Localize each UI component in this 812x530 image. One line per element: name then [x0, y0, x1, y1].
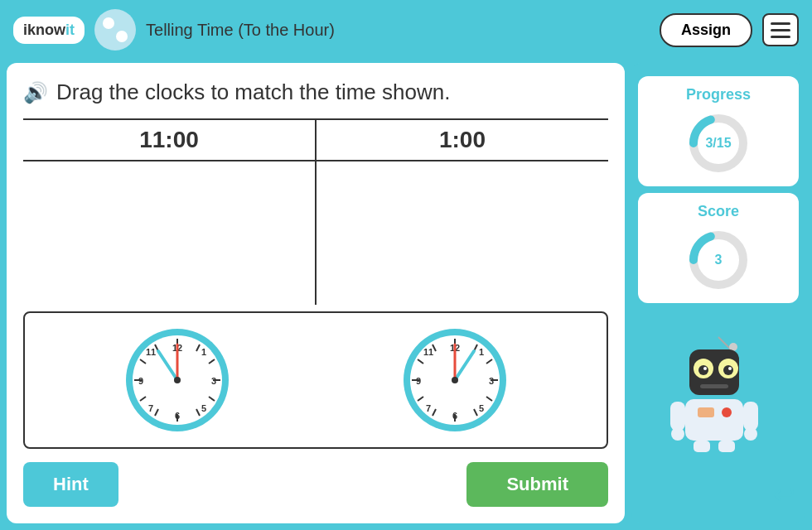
svg-rect-65 [698, 407, 714, 417]
progress-section: Progress 3/15 [638, 76, 799, 186]
svg-text:9: 9 [138, 376, 143, 386]
svg-text:3: 3 [488, 376, 493, 386]
progress-label: Progress [686, 86, 751, 104]
svg-rect-64 [685, 399, 743, 441]
menu-line3 [771, 36, 790, 38]
svg-point-62 [728, 367, 732, 370]
svg-text:3: 3 [210, 376, 215, 386]
page-title: Telling Time (To the Hour) [146, 21, 650, 40]
content-area: 🔊 Drag the clocks to match the time show… [7, 63, 625, 523]
svg-text:5: 5 [478, 403, 483, 413]
sidebar: Progress 3/15 Score [631, 63, 805, 523]
time-right: 1:00 [317, 120, 608, 160]
menu-button[interactable] [762, 13, 799, 46]
menu-line2 [771, 29, 790, 31]
time-left: 11:00 [23, 120, 317, 160]
clocks-tray: 12 1 3 5 6 7 9 11 [23, 311, 608, 449]
time-header-row: 11:00 1:00 [23, 118, 608, 160]
header: iknowit Telling Time (To the Hour) Assig… [0, 0, 812, 60]
svg-point-60 [723, 365, 733, 375]
main-layout: 🔊 Drag the clocks to match the time show… [0, 60, 812, 530]
svg-text:6: 6 [452, 411, 457, 421]
dot2 [116, 31, 128, 42]
clock-1100[interactable]: 12 1 3 5 6 7 9 11 [123, 326, 231, 434]
svg-text:7: 7 [425, 403, 430, 413]
svg-point-70 [744, 427, 757, 441]
header-actions: Assign [660, 13, 799, 47]
score-section: Score 3 [638, 193, 799, 303]
svg-line-54 [718, 337, 731, 349]
dot1 [103, 17, 114, 29]
svg-point-59 [698, 365, 708, 375]
svg-rect-68 [743, 402, 758, 431]
clock-100-svg: 12 1 3 5 6 7 9 11 [401, 326, 509, 434]
refresh-button[interactable]: ↩ [773, 479, 795, 510]
svg-point-24 [174, 377, 181, 383]
svg-text:1: 1 [201, 347, 205, 357]
logo-text: iknowit [23, 22, 75, 39]
svg-rect-67 [670, 402, 685, 431]
svg-text:6: 6 [174, 411, 179, 421]
svg-text:1: 1 [478, 347, 483, 357]
progress-value: 3/15 [705, 136, 731, 151]
svg-text:5: 5 [201, 403, 205, 413]
svg-point-69 [671, 427, 684, 441]
clock-1100-svg: 12 1 3 5 6 7 9 11 [123, 326, 231, 434]
logo-decoration [94, 9, 136, 51]
robot-mascot [669, 310, 768, 472]
logo: iknowit [13, 17, 85, 44]
instruction-text: Drag the clocks to match the time shown. [56, 80, 450, 105]
clock-100[interactable]: 12 1 3 5 6 7 9 11 [401, 326, 509, 434]
menu-line1 [771, 22, 790, 25]
svg-rect-71 [694, 441, 710, 452]
progress-donut: 3/15 [685, 110, 752, 176]
assign-button[interactable]: Assign [660, 13, 752, 47]
submit-button[interactable]: Submit [466, 462, 608, 507]
sound-icon[interactable]: 🔊 [23, 81, 48, 104]
score-value: 3 [715, 253, 723, 267]
instruction: 🔊 Drag the clocks to match the time show… [23, 80, 608, 105]
svg-text:11: 11 [145, 347, 155, 357]
svg-text:9: 9 [415, 376, 420, 386]
svg-rect-72 [718, 441, 735, 452]
svg-point-66 [722, 407, 732, 417]
drop-zone-left[interactable] [23, 161, 317, 305]
svg-text:11: 11 [423, 347, 433, 357]
hint-button[interactable]: Hint [23, 462, 118, 507]
score-donut: 3 [685, 227, 752, 293]
svg-rect-63 [700, 384, 728, 388]
robot-svg [669, 329, 768, 453]
svg-point-61 [703, 367, 707, 370]
svg-text:7: 7 [147, 403, 152, 413]
bottom-bar: Hint Submit [23, 462, 608, 507]
score-label: Score [698, 203, 739, 220]
drop-zone-right[interactable] [317, 161, 608, 305]
drop-zones [23, 160, 608, 305]
svg-point-49 [452, 377, 458, 383]
